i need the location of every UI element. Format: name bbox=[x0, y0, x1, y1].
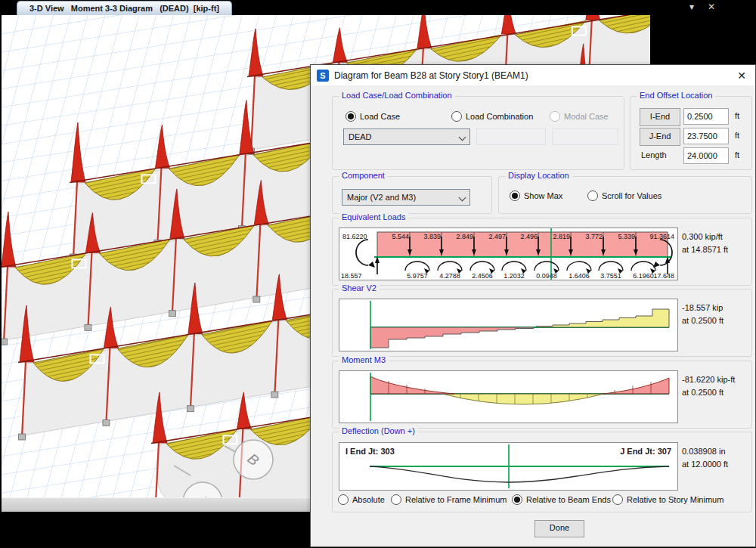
radio-dot bbox=[345, 111, 356, 122]
moment-spike bbox=[586, 15, 600, 20]
j-end-button[interactable]: J-End bbox=[640, 128, 680, 146]
deflection-max-value: 0.038908 in bbox=[682, 445, 728, 458]
radio-load-case-label: Load Case bbox=[360, 112, 400, 121]
deflection-group: Deflection (Down +) I End Jt: 303 J End … bbox=[332, 432, 752, 512]
column-base bbox=[187, 406, 194, 412]
eq-max-location: at 14.8571 ft bbox=[682, 243, 728, 256]
radio-scroll-values-label: Scroll for Values bbox=[602, 191, 662, 200]
eq-bottom-value: 6.1960 bbox=[633, 272, 654, 280]
radio-show-max[interactable]: Show Max bbox=[510, 190, 562, 201]
moment-svg bbox=[339, 371, 677, 423]
view-tab[interactable]: 3-D View Moment 3-3 Diagram (DEAD) [kip-… bbox=[17, 1, 232, 16]
component-group: Component Major (V2 and M3) bbox=[332, 176, 492, 214]
load-case-group: Load Case/Load Combination Load Case Loa… bbox=[332, 96, 624, 170]
deflection-diagram[interactable]: I End Jt: 303 J End Jt: 307 bbox=[339, 442, 678, 491]
radio-load-combination[interactable]: Load Combination bbox=[451, 111, 533, 122]
deflection-max-text: 0.038908 in at 12.0000 ft bbox=[682, 445, 728, 471]
eq-bottom-value: 2.4506 bbox=[472, 272, 493, 280]
component-group-label: Component bbox=[339, 171, 388, 180]
radio-modal-case: Modal Case bbox=[550, 111, 609, 122]
eq-bottom-value: 1.6406 bbox=[569, 272, 590, 280]
eq-top-value: 2.819 bbox=[553, 233, 570, 240]
window-close-icon[interactable]: ✕ bbox=[708, 2, 715, 12]
combo-field-disabled-2 bbox=[552, 128, 618, 145]
load-case-select[interactable]: DEAD bbox=[343, 128, 470, 145]
length-field[interactable] bbox=[683, 147, 729, 164]
radio-load-combination-label: Load Combination bbox=[466, 112, 533, 121]
eq-top-value: 2.496 bbox=[520, 233, 538, 240]
radio-absolute-label: Absolute bbox=[352, 495, 385, 504]
moment-max-value: -81.6220 kip-ft bbox=[682, 373, 735, 386]
eq-right-moment: 91.3614 bbox=[649, 233, 674, 240]
eq-top-value: 3.839 bbox=[423, 233, 441, 240]
eq-left-shear: 18.557 bbox=[341, 272, 362, 280]
eq-top-value: 2.849 bbox=[456, 233, 473, 240]
moment-diagram[interactable] bbox=[339, 370, 678, 423]
j-end-unit: ft bbox=[735, 131, 739, 140]
radio-modal-case-label: Modal Case bbox=[564, 112, 609, 121]
shear-svg bbox=[339, 299, 677, 351]
equivalent-loads-svg: 81.6220 91.3614 18.557 17.648 5.544 3.83… bbox=[339, 228, 677, 280]
eq-bottom-value: 4.2788 bbox=[439, 272, 460, 280]
eq-top-value: 2.497 bbox=[488, 233, 506, 240]
radio-load-case[interactable]: Load Case bbox=[345, 111, 400, 122]
moment-max-location: at 0.2500 ft bbox=[682, 386, 735, 399]
dialog-title: Diagram for Beam B28 at Story Story1 (BE… bbox=[334, 70, 528, 81]
radio-dot bbox=[512, 494, 522, 505]
window-menu-caret-icon[interactable]: ▾ bbox=[689, 2, 694, 12]
deflection-svg: I End Jt: 303 J End Jt: 307 bbox=[339, 443, 677, 490]
component-value: Major (V2 and M3) bbox=[347, 193, 416, 202]
equivalent-loads-diagram[interactable]: 81.6220 91.3614 18.557 17.648 5.544 3.83… bbox=[339, 228, 678, 280]
eq-bottom-value: 1.2032 bbox=[503, 272, 525, 280]
radio-relative-beam-ends[interactable]: Relative to Beam Ends bbox=[512, 494, 611, 505]
eq-top-value: 3.772 bbox=[585, 233, 603, 240]
eq-top-value: 5.339 bbox=[618, 233, 635, 240]
column-base bbox=[19, 434, 26, 440]
column-base bbox=[271, 392, 278, 398]
shear-max-location: at 0.2500 ft bbox=[682, 314, 723, 327]
i-end-button[interactable]: I-End bbox=[640, 108, 680, 126]
eq-max-value: 0.300 kip/ft bbox=[682, 231, 728, 243]
eq-bottom-value: 0.0948 bbox=[536, 272, 557, 280]
radio-relative-frame-min[interactable]: Relative to Frame Minimum bbox=[391, 494, 507, 505]
beam-diagram-dialog: S Diagram for Beam B28 at Story Story1 (… bbox=[310, 64, 756, 547]
shear-diagram[interactable] bbox=[339, 299, 678, 351]
length-unit: ft bbox=[735, 150, 739, 159]
app-icon: S bbox=[317, 70, 329, 82]
done-button[interactable]: Done bbox=[534, 520, 584, 537]
eq-bottom-value: 5.9757 bbox=[407, 272, 428, 280]
i-end-unit: ft bbox=[735, 111, 739, 120]
column-base bbox=[85, 324, 91, 330]
radio-dot bbox=[510, 190, 520, 201]
dialog-titlebar: S Diagram for Beam B28 at Story Story1 (… bbox=[311, 65, 755, 85]
radio-dot bbox=[338, 494, 349, 505]
radio-relative-story-min[interactable]: Relative to Story Minimum bbox=[612, 494, 723, 505]
radio-absolute[interactable]: Absolute bbox=[338, 494, 385, 505]
end-offset-group: End Offset Location I-End ft J-End ft Le… bbox=[630, 96, 752, 170]
eq-bottom-value: 3.7551 bbox=[600, 272, 621, 280]
radio-dot bbox=[391, 494, 401, 505]
radio-scroll-values[interactable]: Scroll for Values bbox=[587, 190, 662, 201]
radio-dot bbox=[550, 111, 560, 122]
radio-dot bbox=[451, 111, 462, 122]
radio-dot bbox=[612, 494, 623, 505]
radio-relative-frame-min-label: Relative to Frame Minimum bbox=[405, 495, 507, 504]
deflection-i-joint: I End Jt: 303 bbox=[345, 447, 395, 456]
radio-relative-story-min-label: Relative to Story Minimum bbox=[627, 495, 723, 504]
eq-max-text: 0.300 kip/ft at 14.8571 ft bbox=[682, 231, 728, 256]
i-end-field[interactable] bbox=[683, 108, 729, 125]
shear-max-text: -18.557 kip at 0.2500 ft bbox=[682, 302, 723, 327]
j-end-field[interactable] bbox=[683, 128, 729, 144]
dialog-close-icon[interactable]: ✕ bbox=[737, 70, 746, 82]
combo-field-disabled-1 bbox=[476, 128, 546, 145]
moment-max-text: -81.6220 kip-ft at 0.2500 ft bbox=[682, 373, 735, 399]
eq-left-moment: 81.6220 bbox=[342, 233, 367, 240]
component-select[interactable]: Major (V2 and M3) bbox=[342, 189, 470, 206]
end-offset-group-label: End Offset Location bbox=[637, 91, 715, 100]
deflection-label: Deflection (Down +) bbox=[339, 426, 418, 435]
eq-top-value: 5.544 bbox=[392, 233, 409, 240]
chevron-down-icon bbox=[459, 194, 466, 202]
shear-group: Shear V2 -18.557 kip at 0.2500 ft bbox=[332, 289, 752, 357]
column-base bbox=[2, 339, 8, 345]
deflection-max-location: at 12.0000 ft bbox=[682, 458, 728, 471]
